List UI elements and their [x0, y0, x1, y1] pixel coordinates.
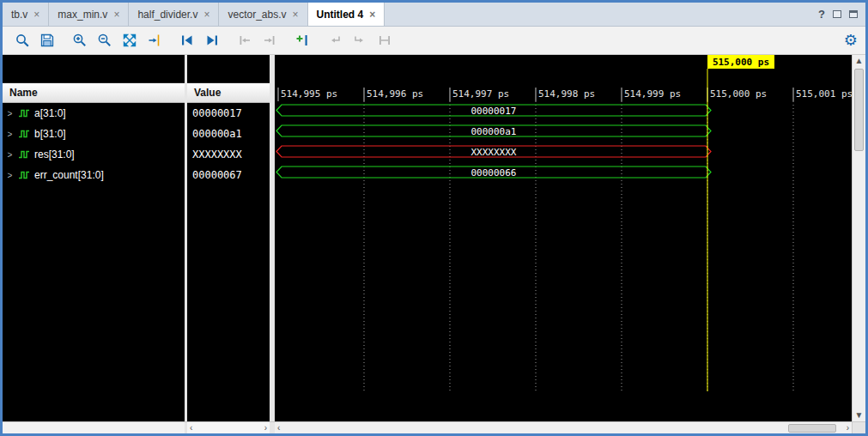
signal-values-panel: Value 00000017000000a1XXXXXXXX00000067 [187, 55, 270, 421]
save-waveform-icon[interactable] [35, 29, 58, 51]
waveform-area[interactable]: 514,995 ps514,996 ps514,997 ps514,998 ps… [275, 55, 852, 421]
bus-signal-icon [18, 170, 30, 180]
time-tick-label: 514,995 ps [281, 88, 337, 100]
waveform-canvas[interactable]: 514,995 ps514,996 ps514,997 ps514,998 ps… [275, 55, 852, 421]
tabbar-controls: ? [818, 3, 865, 26]
tab-half-divider-v[interactable]: half_divider.v× [129, 3, 219, 26]
next-transition-icon [258, 29, 281, 51]
tab-tb-v[interactable]: tb.v× [3, 3, 49, 26]
scroll-down-button[interactable]: ▼ [853, 409, 865, 421]
help-icon[interactable]: ? [818, 8, 825, 21]
vertical-scroll-thumb[interactable] [854, 69, 864, 151]
tab-label: max_min.v [58, 9, 107, 21]
scroll-right-icon[interactable]: › [264, 424, 267, 433]
waveform-toolbar: ⚙ [3, 27, 865, 55]
swap-cursors-icon [373, 29, 396, 51]
scroll-left-icon[interactable]: ‹ [190, 424, 192, 433]
signal-row-a-31-0[interactable]: >a[31:0] [3, 103, 185, 124]
names-top-strip [3, 55, 185, 83]
scrollbar-corner [852, 422, 865, 433]
signal-names-panel: Name >a[31:0]>b[31:0]>res[31:0]>err_coun… [3, 55, 185, 421]
signal-value-b-31-0[interactable]: 000000a1 [187, 124, 270, 144]
expand-chevron-icon[interactable]: > [6, 171, 14, 180]
time-tick-label: 515,001 ps [796, 88, 852, 100]
go-to-time-0-icon[interactable] [175, 29, 198, 51]
maximize-window-icon[interactable] [849, 10, 858, 18]
waveform-background [275, 55, 852, 421]
signal-value-err-count-31-0[interactable]: 00000067 [187, 165, 270, 185]
tab-vector-abs-v[interactable]: vector_abs.v× [219, 3, 307, 26]
tab-close-icon[interactable]: × [293, 9, 299, 21]
bus-value-label: 00000017 [471, 106, 517, 117]
tab-close-icon[interactable]: × [33, 9, 39, 21]
name-column-header[interactable]: Name [3, 83, 185, 103]
next-marker-icon [348, 29, 371, 51]
zoom-out-icon[interactable] [93, 29, 116, 51]
scroll-down-icon: ▼ [855, 411, 864, 420]
go-to-time-end-icon[interactable] [200, 29, 223, 51]
time-tick-label: 514,997 ps [452, 88, 509, 100]
horizontal-scroll-thumb[interactable] [788, 424, 836, 433]
expand-chevron-icon[interactable]: > [6, 109, 14, 118]
time-tick-label: 514,998 ps [538, 88, 595, 100]
cursor-time-label: 515,000 ps [713, 57, 769, 68]
names-bottom-segment [3, 422, 185, 433]
tab-list: tb.v×max_min.v×half_divider.v×vector_abs… [3, 3, 385, 26]
signal-name: a[31:0] [34, 107, 66, 119]
signal-row-b-31-0[interactable]: >b[31:0] [3, 124, 185, 144]
signal-name: err_count[31:0] [34, 169, 104, 181]
zoom-to-cursor-icon[interactable] [143, 29, 166, 51]
tab-label: Untitled 4 [317, 9, 364, 21]
signal-row-err-count-31-0[interactable]: >err_count[31:0] [3, 165, 185, 185]
signal-value-text: XXXXXXXX [192, 148, 242, 160]
tab-untitled-4[interactable]: Untitled 4× [308, 3, 385, 26]
previous-marker-icon [323, 29, 346, 51]
tab-close-icon[interactable]: × [369, 9, 375, 21]
value-header-label: Value [194, 87, 221, 99]
value-column-header[interactable]: Value [187, 83, 270, 103]
wave-horizontal-scrollbar[interactable]: ‹ › [275, 422, 852, 433]
tab-label: half_divider.v [137, 9, 197, 21]
tab-max-min-v[interactable]: max_min.v× [49, 3, 129, 26]
bus-signal-icon [18, 129, 30, 139]
document-tabbar: tb.v×max_min.v×half_divider.v×vector_abs… [3, 3, 865, 27]
signal-row-res-31-0[interactable]: >res[31:0] [3, 144, 185, 165]
signal-value-text: 00000017 [192, 107, 242, 119]
bus-value-label: XXXXXXXX [471, 147, 517, 158]
zoom-fit-icon[interactable] [118, 29, 141, 51]
vertical-scrollbar[interactable]: ▲ ▼ [852, 55, 865, 421]
bus-signal-icon [18, 149, 30, 160]
zoom-in-icon[interactable] [68, 29, 91, 51]
scroll-left-icon[interactable]: ‹ [277, 424, 280, 433]
tab-close-icon[interactable]: × [203, 9, 209, 21]
time-tick-label: 514,996 ps [367, 88, 423, 100]
tab-label: vector_abs.v [228, 9, 286, 21]
add-marker-icon[interactable] [290, 29, 313, 51]
search-icon[interactable] [10, 29, 33, 51]
tab-close-icon[interactable]: × [113, 9, 119, 21]
time-tick-label: 514,999 ps [624, 88, 681, 100]
values-horizontal-scrollbar[interactable]: ‹ › [187, 422, 270, 433]
scroll-right-icon[interactable]: › [847, 424, 849, 433]
horizontal-scroll-track[interactable] [282, 424, 844, 433]
bus-value-label: 00000066 [471, 167, 517, 179]
settings-gear-icon[interactable]: ⚙ [844, 33, 858, 48]
scroll-up-button[interactable]: ▲ [853, 55, 865, 67]
expand-chevron-icon[interactable]: > [6, 150, 14, 160]
signal-value-rows: 00000017000000a1XXXXXXXX00000067 [187, 103, 270, 185]
signal-name: res[31:0] [34, 148, 75, 160]
signal-value-text: 00000067 [192, 169, 242, 181]
float-window-icon[interactable] [833, 10, 841, 18]
bottom-scroll-strip: ‹ › ‹ › [3, 421, 865, 433]
signal-value-a-31-0[interactable]: 00000017 [187, 103, 270, 124]
signal-value-text: 000000a1 [192, 128, 242, 140]
vertical-scroll-track[interactable] [853, 67, 865, 409]
expand-chevron-icon[interactable]: > [6, 130, 14, 139]
time-tick-label: 515,000 ps [710, 88, 767, 100]
main-area: Name >a[31:0]>b[31:0]>res[31:0]>err_coun… [3, 55, 865, 421]
signal-name-rows: >a[31:0]>b[31:0]>res[31:0]>err_count[31:… [3, 103, 185, 185]
tab-label: tb.v [11, 9, 27, 21]
waveform-viewer-window: tb.v×max_min.v×half_divider.v×vector_abs… [0, 0, 868, 436]
bus-signal-icon [18, 108, 30, 118]
signal-value-res-31-0[interactable]: XXXXXXXX [187, 144, 270, 165]
